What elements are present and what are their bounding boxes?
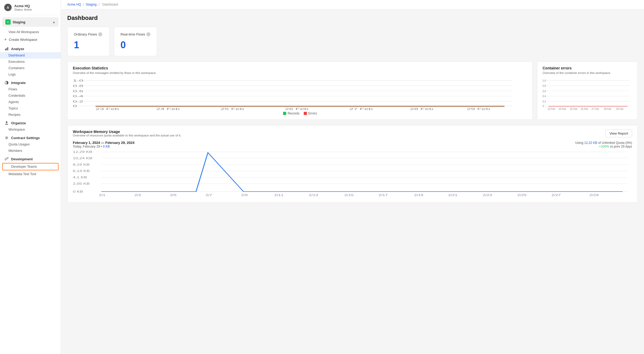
svg-text:0.8: 0.8 [73,84,83,88]
breadcrumb-sep-1: / [83,3,85,6]
container-errors-svg: 1.0 0.8 0.6 0.4 0.2 0 23 Feb 24 Feb 25 F… [543,78,632,109]
page-body: Dashboard Ordinary Flows i 1 Real-time F… [61,9,644,354]
integrate-section: Integrate [0,78,61,86]
person-icon [4,121,9,125]
memory-using-line: Using 12,22 KB of Unlimited Quota (0%) [575,141,632,145]
development-section: Development [0,154,61,162]
records-legend-icon [283,112,286,115]
sidebar-item-recipes[interactable]: Recipes [0,112,61,118]
breadcrumb-staging[interactable]: Staging [86,3,97,6]
memory-date-range: February 1, 2024 — February 29, 2024 [73,141,135,145]
memory-increase: +100% [599,145,609,148]
execution-stats-chart: 1.0 0.8 0.6 0.4 0.2 0 23 Feb 24 Feb 25 [73,78,527,109]
page-title: Dashboard [67,15,638,21]
svg-text:28 Feb: 28 Feb [604,107,611,110]
svg-text:2/29: 2/29 [589,194,599,197]
sidebar-item-dashboard[interactable]: Dashboard [0,52,61,59]
svg-text:25 Feb: 25 Feb [570,107,577,110]
memory-using-value: 12,22 KB [584,141,597,145]
svg-text:1.0: 1.0 [73,79,83,82]
svg-text:10,24 KB: 10,24 KB [73,157,92,160]
errors-legend-icon [304,112,307,115]
charts-row: Execution Statistics Overview of the mes… [67,61,638,120]
realtime-flows-info-icon[interactable]: i [146,32,150,36]
memory-usage-info: Using 12,22 KB of Unlimited Quota (0%) +… [575,141,632,148]
ordinary-flows-info-icon[interactable]: i [98,32,102,36]
svg-text:25 Feb: 25 Feb [221,107,244,111]
svg-text:28 Feb: 28 Feb [410,107,433,111]
sidebar-item-topics[interactable]: Topics [0,105,61,112]
svg-text:2/25: 2/25 [517,194,527,197]
svg-text:0.4: 0.4 [543,95,546,98]
memory-today: Today, February 29 • 0 KB [73,145,135,148]
svg-text:2/5: 2/5 [170,194,177,197]
sidebar-item-agents[interactable]: Agents [0,99,61,105]
integrate-label: Integrate [11,81,26,85]
org-status: Status: Active [14,8,32,11]
sidebar: A Acme HQ Status: Active ● Staging ▲ Vie… [0,0,61,354]
sidebar-item-flows[interactable]: Flows [0,86,61,92]
memory-date-row: February 1, 2024 — February 29, 2024 Tod… [73,141,632,148]
realtime-flows-card: Real-time Flows i 0 [114,27,157,56]
svg-text:0: 0 [73,104,77,108]
ordinary-flows-value: 1 [74,39,103,51]
svg-text:2/13: 2/13 [309,194,318,197]
view-all-workspaces-link[interactable]: View All Workspaces [0,29,61,35]
sidebar-item-metadata-test-tool[interactable]: Metadata Test Tool [0,171,61,177]
svg-rect-1 [6,48,7,50]
memory-today-value[interactable]: 0 KB [103,145,110,148]
svg-text:4,1 KB: 4,1 KB [73,176,87,179]
errors-legend-label: Errors [308,112,317,115]
sidebar-item-quota-usages[interactable]: Quota Usages [0,141,61,148]
workspace-selector[interactable]: ● Staging ▲ [2,17,59,27]
chevron-up-icon: ▲ [52,20,55,24]
container-errors-chart: 1.0 0.8 0.6 0.4 0.2 0 23 Feb 24 Feb 25 F… [543,78,632,109]
main-content: Acme HQ / Staging / Dashboard Dashboard … [61,0,644,354]
gear-icon [4,135,9,140]
svg-text:2/17: 2/17 [378,194,388,197]
contract-settings-section: Contract Settings [0,133,61,141]
view-report-button[interactable]: View Report [605,130,632,137]
svg-text:24 Feb: 24 Feb [156,107,180,111]
svg-point-4 [6,121,7,123]
sidebar-header: A Acme HQ Status: Active [0,0,61,15]
records-legend-label: Records [288,112,299,115]
sidebar-item-members[interactable]: Members [0,148,61,154]
sidebar-item-credentials[interactable]: Credentials [0,92,61,99]
svg-text:6,14 KB: 6,14 KB [73,170,90,172]
svg-text:2/7: 2/7 [205,194,212,197]
execution-stats-title: Execution Statistics [73,66,527,70]
plus-icon: + [4,37,7,42]
breadcrumb-sep-2: / [99,3,100,6]
svg-text:26 Feb: 26 Feb [581,107,588,110]
organize-label: Organize [11,121,26,125]
svg-text:29 Feb: 29 Feb [467,107,490,111]
svg-text:0.6: 0.6 [73,89,83,93]
sidebar-item-developer-teams[interactable]: Developer Teams [2,163,59,170]
svg-text:2/19: 2/19 [414,194,423,197]
svg-text:27 Feb: 27 Feb [592,107,599,110]
ordinary-flows-card: Ordinary Flows i 1 [67,27,110,56]
arrow-annotation [0,152,7,176]
sidebar-item-logs[interactable]: Logs [0,71,61,78]
sidebar-item-executions[interactable]: Executions [0,59,61,65]
realtime-flows-title: Real-time Flows i [120,32,150,36]
svg-rect-0 [5,49,6,50]
create-workspace-button[interactable]: + Create Workspace [0,35,61,44]
memory-subtitle: Overview of resources quota available to… [73,134,181,137]
sidebar-item-containers[interactable]: Containers [0,65,61,71]
execution-stats-subtitle: Overview of the messages emitted by flow… [73,71,527,74]
svg-text:0.2: 0.2 [73,100,83,103]
sidebar-item-workspace[interactable]: Workspace [0,126,61,133]
svg-text:2/1: 2/1 [99,194,105,197]
svg-text:2,05 KB: 2,05 KB [73,182,90,185]
breadcrumb-dashboard: Dashboard [102,3,118,6]
breadcrumb-acme-hq[interactable]: Acme HQ [67,3,81,6]
analyze-label: Analyze [11,47,24,51]
container-errors-subtitle: Overview of the container errors in this… [543,71,632,74]
svg-text:2/9: 2/9 [241,194,248,197]
svg-point-5 [6,137,7,139]
legend-records: Records [283,112,299,115]
memory-title: Workspace Memory Usage [73,130,181,134]
organize-section: Organize [0,118,61,126]
